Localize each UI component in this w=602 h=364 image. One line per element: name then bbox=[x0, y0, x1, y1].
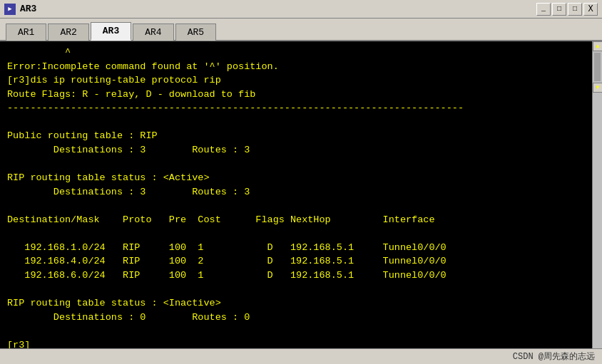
scroll-down-button[interactable]: ▼ bbox=[593, 83, 602, 93]
title-bar-left: ▶ AR3 bbox=[4, 4, 36, 15]
title-controls: _ □ □ X bbox=[536, 3, 598, 16]
status-bar: CSDN @周先森的志远 bbox=[0, 348, 602, 364]
tab-ar2[interactable]: AR2 bbox=[48, 24, 88, 41]
tab-ar1[interactable]: AR1 bbox=[6, 24, 46, 41]
maximize-button[interactable]: □ bbox=[568, 3, 582, 16]
minimize-button[interactable]: _ bbox=[536, 3, 551, 16]
tab-bar: AR1 AR2 AR3 AR4 AR5 bbox=[0, 19, 602, 41]
status-text: CSDN @周先森的志远 bbox=[513, 350, 595, 363]
tab-ar3[interactable]: AR3 bbox=[91, 22, 131, 41]
close-button[interactable]: X bbox=[583, 3, 598, 16]
scroll-up-button[interactable]: ▲ bbox=[593, 41, 602, 51]
title-bar: ▶ AR3 _ □ □ X bbox=[0, 0, 602, 19]
restore-button[interactable]: □ bbox=[552, 3, 566, 16]
scroll-thumb[interactable] bbox=[594, 53, 601, 81]
scrollbar[interactable]: ▲ ▼ bbox=[592, 41, 602, 348]
tab-ar5[interactable]: AR5 bbox=[175, 24, 216, 41]
window-title: AR3 bbox=[20, 4, 36, 14]
terminal-output: ^ Error:Incomplete command found at '^' … bbox=[7, 46, 595, 348]
app-icon: ▶ bbox=[4, 4, 16, 15]
terminal-area[interactable]: ^ Error:Incomplete command found at '^' … bbox=[0, 41, 602, 348]
tab-ar4[interactable]: AR4 bbox=[133, 24, 173, 41]
